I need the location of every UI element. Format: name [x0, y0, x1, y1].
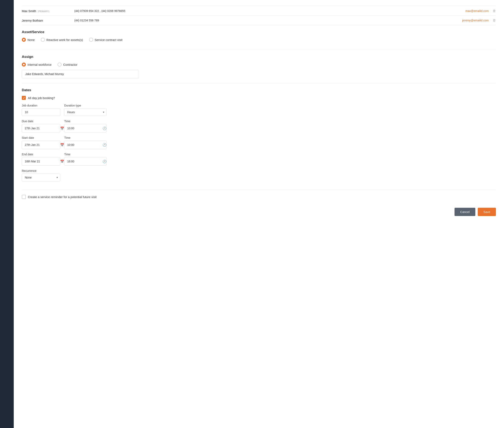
asset-service-contract-option[interactable]: Service contract visit: [89, 38, 123, 42]
job-duration-input[interactable]: [22, 108, 60, 116]
asset-service-contract-radio[interactable]: [89, 38, 93, 42]
contact-phone-max: (44) 07939 654 322 , (44) 0208 9976655: [74, 9, 465, 13]
end-time-group: Time 🕐: [64, 153, 107, 165]
due-date-input-wrapper: 📅: [22, 124, 60, 132]
assign-title: Assign: [22, 55, 496, 59]
all-day-checkbox[interactable]: ✓: [22, 96, 26, 100]
duration-type-select-wrapper: Hours Days Weeks ▾: [64, 108, 107, 116]
due-date-group: Due date 📅: [22, 120, 60, 132]
due-time-label: Time: [64, 120, 107, 123]
all-day-label: All day job booking?: [28, 96, 55, 100]
due-time-input[interactable]: [67, 127, 103, 130]
asset-reactive-label: Reactive work for assets(s): [46, 38, 83, 41]
duration-type-select[interactable]: Hours Days Weeks: [64, 108, 107, 116]
recurrence-row: Recurrence None Daily Weekly Monthly ▾: [22, 169, 496, 181]
recurrence-select-wrapper: None Daily Weekly Monthly ▾: [22, 174, 60, 181]
start-date-label: Start date: [22, 136, 60, 139]
recurrence-select[interactable]: None Daily Weekly Monthly: [22, 174, 60, 181]
due-time-clock-icon[interactable]: 🕐: [103, 126, 107, 130]
due-time-group: Time 🕐: [64, 120, 107, 132]
all-day-checkbox-row: ✓ All day job booking?: [22, 96, 496, 100]
due-date-input[interactable]: [25, 127, 60, 130]
end-date-row: End date 📅 Time 🕐: [22, 153, 496, 165]
recurrence-group: Recurrence None Daily Weekly Monthly ▾: [22, 169, 60, 181]
start-time-clock-icon[interactable]: 🕐: [103, 143, 107, 147]
contact-row-jeremy: Jeremy Botham (44) 01234 556 789 jeremy@…: [22, 16, 496, 25]
asset-service-radio-group: None Reactive work for assets(s) Service…: [22, 38, 496, 42]
due-time-input-wrapper: 🕐: [64, 124, 107, 132]
assign-internal-option[interactable]: Internal workforce: [22, 63, 51, 66]
dates-title: Dates: [22, 88, 496, 92]
end-date-input[interactable]: [25, 160, 60, 163]
recurrence-label: Recurrence: [22, 169, 60, 173]
due-date-calendar-icon[interactable]: 📅: [60, 126, 64, 130]
due-date-label: Due date: [22, 120, 60, 123]
save-button[interactable]: Save: [478, 208, 496, 216]
asset-service-title: Asset/Service: [22, 30, 496, 34]
start-date-calendar-icon[interactable]: 📅: [60, 143, 64, 147]
delete-contact-jeremy-icon[interactable]: 🗑: [493, 18, 496, 22]
asset-none-label: None: [27, 38, 35, 41]
assign-contractor-option[interactable]: Contractor: [58, 63, 77, 66]
dates-section: Dates ✓ All day job booking? Job duratio…: [22, 83, 496, 190]
contact-name-text: Max Smith: [22, 9, 36, 13]
assign-contractor-label: Contractor: [63, 63, 77, 66]
reminder-checkbox-row: Create a service reminder for a potentia…: [22, 195, 496, 199]
end-time-input-wrapper: 🕐: [64, 157, 107, 165]
main-content: Max Smith (PRIMARY) (44) 07939 654 322 ,…: [14, 0, 504, 428]
service-reminder-section: Create a service reminder for a potentia…: [22, 190, 496, 204]
duration-type-label: Duration type: [64, 104, 107, 107]
job-duration-label: Job duration: [22, 104, 60, 107]
footer-buttons: Cancel Save: [22, 204, 496, 218]
reminder-label: Create a service reminder for a potentia…: [28, 195, 96, 199]
end-time-input[interactable]: [67, 160, 103, 163]
end-date-input-wrapper: 📅: [22, 157, 60, 165]
assign-radio-group: Internal workforce Contractor: [22, 63, 496, 66]
contact-name-jeremy: Jeremy Botham: [22, 19, 74, 22]
asset-reactive-option[interactable]: Reactive work for assets(s): [41, 38, 83, 42]
end-time-label: Time: [64, 153, 107, 156]
contact-name-text-jeremy: Jeremy Botham: [22, 19, 43, 22]
start-date-input-wrapper: 📅: [22, 140, 60, 149]
contact-email-jeremy: jeremy@emailid.com: [462, 19, 489, 22]
end-date-calendar-icon[interactable]: 📅: [60, 160, 64, 163]
reminder-checkbox[interactable]: [22, 195, 26, 199]
checkmark-icon: ✓: [23, 96, 25, 99]
contact-row-max: Max Smith (PRIMARY) (44) 07939 654 322 ,…: [22, 6, 496, 16]
workforce-input[interactable]: [22, 70, 139, 78]
contact-phone-jeremy: (44) 01234 556 789: [74, 19, 462, 22]
end-date-group: End date 📅: [22, 153, 60, 165]
start-time-label: Time: [64, 136, 107, 139]
sidebar: [0, 0, 14, 428]
assign-internal-label: Internal workforce: [27, 63, 51, 66]
delete-contact-max-icon[interactable]: 🗑: [493, 9, 496, 13]
assign-section: Assign Internal workforce Contractor: [22, 50, 496, 83]
end-time-clock-icon[interactable]: 🕐: [103, 160, 107, 163]
assign-contractor-radio[interactable]: [58, 63, 62, 66]
asset-service-section: Asset/Service None Reactive work for ass…: [22, 25, 496, 50]
asset-none-radio[interactable]: [22, 38, 26, 42]
asset-reactive-radio[interactable]: [41, 38, 45, 42]
assign-internal-radio[interactable]: [22, 63, 26, 66]
start-date-group: Start date 📅: [22, 136, 60, 149]
start-date-row: Start date 📅 Time 🕐: [22, 136, 496, 149]
cancel-button[interactable]: Cancel: [454, 208, 475, 216]
end-date-label: End date: [22, 153, 60, 156]
duration-type-group: Duration type Hours Days Weeks ▾: [64, 104, 107, 116]
contact-name-max: Max Smith (PRIMARY): [22, 9, 74, 13]
form-container: Max Smith (PRIMARY) (44) 07939 654 322 ,…: [14, 0, 504, 428]
start-date-input[interactable]: [25, 143, 60, 147]
asset-none-option[interactable]: None: [22, 38, 35, 42]
due-date-row: Due date 📅 Time 🕐: [22, 120, 496, 132]
job-duration-group: Job duration: [22, 104, 60, 116]
start-time-input-wrapper: 🕐: [64, 140, 107, 149]
contact-email-max: max@emailid.com: [465, 9, 489, 13]
start-time-group: Time 🕐: [64, 136, 107, 149]
asset-service-contract-label: Service contract visit: [95, 38, 123, 41]
duration-row: Job duration Duration type Hours Days We…: [22, 104, 496, 116]
start-time-input[interactable]: [67, 143, 103, 147]
primary-badge: (PRIMARY): [38, 10, 49, 13]
